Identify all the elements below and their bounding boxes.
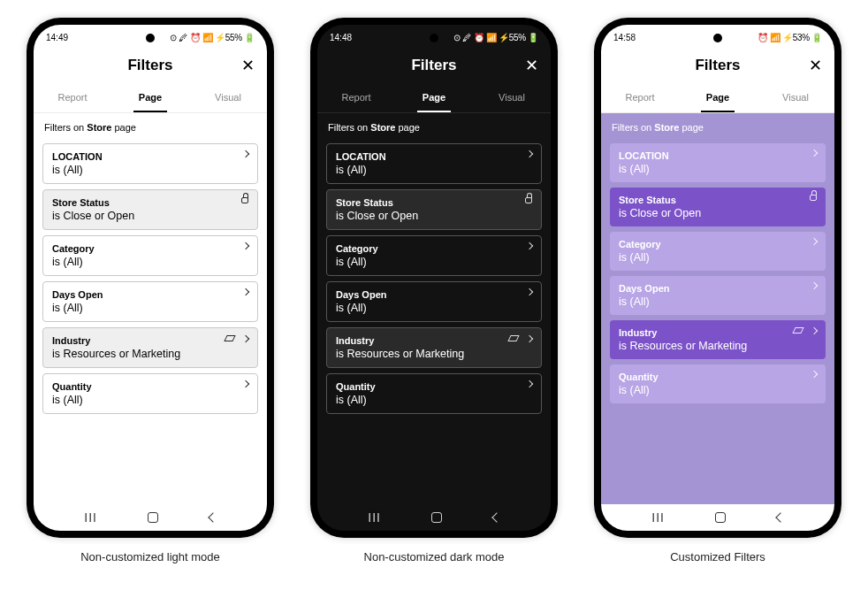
status-icons: ⊙ 🖉 ⏰ 📶 ⚡55% 🔋	[453, 33, 538, 42]
filter-value: is (All)	[52, 302, 248, 314]
filters-panel: Filters on Store pageLOCATIONis (All)Sto…	[601, 113, 834, 504]
filter-value: is Close or Open	[52, 210, 248, 222]
page-title: Filters	[411, 57, 456, 74]
tab-visual[interactable]: Visual	[757, 81, 834, 112]
filter-title: Store Status	[336, 197, 532, 208]
card-icon-tray	[527, 243, 532, 249]
filter-card[interactable]: Quantityis (All)	[326, 373, 542, 414]
chevron-right-icon	[811, 326, 818, 334]
filter-value: is Close or Open	[619, 207, 817, 219]
eraser-icon	[224, 335, 235, 341]
filter-value: is Resources or Marketing	[52, 348, 248, 360]
filter-value: is Resources or Marketing	[619, 340, 817, 352]
chevron-right-icon	[811, 238, 818, 245]
filter-title: LOCATION	[619, 150, 817, 161]
page-header: Filters✕	[601, 50, 834, 81]
chevron-right-icon	[526, 242, 533, 249]
status-bar: 14:48⊙ 🖉 ⏰ 📶 ⚡55% 🔋	[317, 25, 551, 50]
tab-label: Report	[57, 92, 87, 103]
phone-mock: 14:48⊙ 🖉 ⏰ 📶 ⚡55% 🔋Filters✕ReportPageVis…	[310, 18, 558, 538]
close-button[interactable]: ✕	[809, 56, 822, 75]
filter-value: is (All)	[52, 164, 248, 176]
filter-card[interactable]: Categoryis (All)	[42, 235, 258, 276]
chevron-right-icon	[242, 288, 249, 295]
lock-icon	[525, 197, 532, 203]
tab-page[interactable]: Page	[395, 81, 473, 112]
tab-report[interactable]: Report	[601, 81, 679, 112]
filter-value: is Resources or Marketing	[336, 348, 532, 360]
filter-card[interactable]: LOCATIONis (All)	[610, 143, 826, 182]
filter-card[interactable]: Industryis Resources or Marketing	[42, 327, 258, 368]
filter-card[interactable]: Categoryis (All)	[610, 232, 826, 271]
eraser-icon	[507, 335, 519, 341]
filter-card[interactable]: LOCATIONis (All)	[42, 143, 258, 184]
chevron-right-icon	[811, 371, 818, 378]
filter-card[interactable]: Quantityis (All)	[42, 373, 258, 414]
filter-title: LOCATION	[336, 151, 532, 162]
card-icon-tray	[527, 289, 532, 295]
tab-page[interactable]: Page	[679, 81, 757, 112]
card-icon-tray	[243, 381, 248, 387]
caption: Customized Filters	[670, 550, 765, 564]
page-header: Filters✕	[317, 50, 551, 81]
page-title: Filters	[695, 57, 740, 74]
chevron-right-icon	[526, 288, 533, 295]
page-scope-label: Filters on Store page	[317, 113, 551, 138]
filter-card[interactable]: Quantityis (All)	[610, 364, 826, 403]
tab-label: Page	[139, 92, 162, 103]
tab-visual[interactable]: Visual	[189, 81, 267, 112]
status-time: 14:49	[46, 33, 68, 42]
tab-report[interactable]: Report	[317, 81, 395, 112]
filter-title: Category	[619, 239, 817, 249]
chevron-right-icon	[811, 282, 818, 289]
home-button[interactable]	[431, 512, 442, 523]
recents-button[interactable]: III	[368, 510, 381, 525]
filter-card[interactable]: LOCATIONis (All)	[326, 143, 542, 184]
chevron-right-icon	[811, 150, 818, 157]
tab-visual[interactable]: Visual	[473, 81, 551, 112]
filter-card[interactable]: Days Openis (All)	[42, 281, 258, 322]
tab-label: Visual	[782, 92, 809, 103]
filter-card[interactable]: Days Openis (All)	[326, 281, 542, 322]
recents-button[interactable]: III	[651, 510, 665, 525]
back-button[interactable]	[491, 512, 501, 522]
phone-mock: 14:58⏰ 📶 ⚡53% 🔋Filters✕ReportPageVisualF…	[594, 18, 841, 538]
filter-title: Store Status	[619, 195, 817, 205]
filter-card[interactable]: Store Statusis Close or Open	[326, 189, 542, 230]
close-button[interactable]: ✕	[525, 56, 538, 75]
tab-page[interactable]: Page	[111, 81, 189, 112]
close-button[interactable]: ✕	[241, 56, 255, 75]
status-bar: 14:58⏰ 📶 ⚡53% 🔋	[601, 25, 834, 50]
status-bar: 14:49⊙ 🖉 ⏰ 📶 ⚡55% 🔋	[34, 25, 267, 50]
card-icon-tray	[525, 197, 532, 203]
chevron-right-icon	[526, 380, 533, 387]
filter-title: Category	[336, 243, 532, 254]
home-button[interactable]	[715, 512, 726, 523]
filter-value: is (All)	[619, 251, 817, 264]
filter-card[interactable]: Industryis Resources or Marketing	[326, 327, 542, 368]
android-nav-bar: III	[601, 504, 834, 531]
filter-card[interactable]: Store Statusis Close or Open	[610, 188, 826, 226]
recents-button[interactable]: III	[84, 510, 97, 525]
back-button[interactable]	[775, 512, 785, 522]
filter-card[interactable]: Industryis Resources or Marketing	[610, 320, 826, 359]
filter-card[interactable]: Categoryis (All)	[326, 235, 542, 276]
back-button[interactable]	[208, 512, 217, 522]
card-icon-tray	[811, 372, 817, 377]
tab-report[interactable]: Report	[34, 81, 111, 112]
page-header: Filters✕	[34, 50, 267, 81]
chevron-right-icon	[242, 380, 249, 387]
card-icon-tray	[243, 243, 248, 249]
card-icon-tray	[509, 335, 532, 341]
filter-title: Industry	[336, 335, 532, 346]
home-button[interactable]	[148, 512, 158, 523]
tab-label: Page	[706, 92, 729, 103]
filter-card[interactable]: Store Statusis Close or Open	[42, 189, 258, 230]
filter-title: Category	[52, 243, 248, 254]
card-icon-tray	[241, 197, 248, 203]
filters-panel: Filters on Store pageLOCATIONis (All)Sto…	[34, 113, 267, 504]
tab-label: Report	[625, 92, 654, 103]
filter-card[interactable]: Days Openis (All)	[610, 276, 826, 315]
eraser-icon	[792, 327, 803, 334]
filter-value: is (All)	[336, 256, 532, 268]
